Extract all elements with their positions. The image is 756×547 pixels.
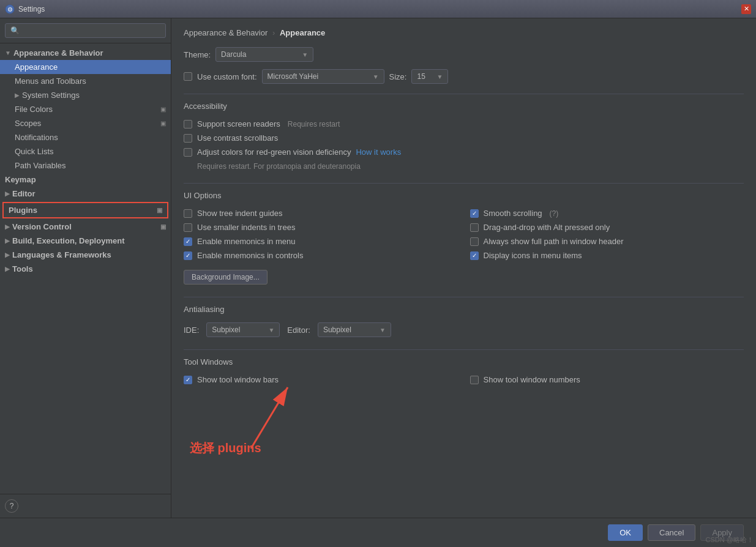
close-button[interactable]: ✕ <box>741 4 751 14</box>
screen-readers-row: Support screen readers Requires restart <box>184 119 744 128</box>
version-control-icon: ▣ <box>160 223 166 230</box>
sidebar-label-quick-lists: Quick Lists <box>15 147 54 156</box>
mnemonics-controls-checkbox[interactable] <box>184 251 192 260</box>
sidebar-item-notifications[interactable]: Notifications <box>0 130 171 144</box>
sidebar-item-path-variables[interactable]: Path Variables <box>0 158 171 173</box>
screen-readers-label: Support screen readers <box>197 119 280 128</box>
sidebar-item-tools[interactable]: ▶ Tools <box>0 262 171 276</box>
sidebar-item-editor[interactable]: ▶ Editor <box>0 187 171 201</box>
tool-windows-title: Tool Windows <box>184 357 744 369</box>
screen-readers-checkbox[interactable] <box>184 120 192 128</box>
color-deficiency-checkbox[interactable] <box>184 148 192 157</box>
sidebar-item-scopes[interactable]: Scopes ▣ <box>0 116 171 130</box>
help-button[interactable]: ? <box>5 499 18 513</box>
sidebar-label-tools: Tools <box>12 264 33 274</box>
sidebar-label-menus-toolbars: Menus and Toolbars <box>15 76 86 86</box>
sidebar-label-path-variables: Path Variables <box>15 161 66 170</box>
smaller-indents-checkbox[interactable] <box>184 223 192 232</box>
size-dropdown[interactable]: 15 ▼ <box>411 69 448 84</box>
apply-button[interactable]: Apply <box>700 524 744 541</box>
chevron-right-icon-lang: ▶ <box>5 251 10 258</box>
sidebar: ▼ Appearance & Behavior Appearance Menus… <box>0 18 171 518</box>
theme-arrow: ▼ <box>297 51 308 58</box>
smooth-scrolling-help[interactable]: (?) <box>550 209 559 218</box>
dnd-alt-checkbox[interactable] <box>470 223 479 232</box>
color-deficiency-row: Adjust colors for red-green vision defic… <box>184 147 744 157</box>
sidebar-item-appearance[interactable]: Appearance <box>0 60 171 74</box>
ui-options-left: Show tree indent guides Use smaller inde… <box>184 209 458 265</box>
sidebar-label-keymap: Keymap <box>5 175 36 184</box>
sidebar-label-system-settings: System Settings <box>22 91 80 100</box>
contrast-scrollbars-checkbox[interactable] <box>184 134 192 143</box>
breadcrumb-current: Appearance <box>280 28 325 37</box>
sidebar-item-quick-lists[interactable]: Quick Lists <box>0 144 171 158</box>
sidebar-item-file-colors[interactable]: File Colors ▣ <box>0 102 171 116</box>
search-input[interactable] <box>5 23 166 38</box>
svg-text:⚙: ⚙ <box>7 6 13 13</box>
tree-indent-label: Show tree indent guides <box>197 209 282 218</box>
font-dropdown[interactable]: Microsoft YaHei ▼ <box>262 69 384 84</box>
size-label: Size: <box>389 72 407 81</box>
sidebar-item-system-settings[interactable]: ▶ System Settings <box>0 88 171 102</box>
chevron-right-icon-build: ▶ <box>5 237 10 244</box>
sidebar-item-plugins[interactable]: Plugins ▣ <box>2 202 168 218</box>
editor-antialiasing-dropdown[interactable]: Subpixel ▼ <box>318 322 391 337</box>
window-title: Settings <box>18 5 741 13</box>
smooth-scrolling-row: Smooth scrolling (?) <box>470 209 744 218</box>
theme-row: Theme: Darcula ▼ <box>184 47 744 62</box>
main-container: ▼ Appearance & Behavior Appearance Menus… <box>0 18 756 518</box>
ide-antialiasing-dropdown[interactable]: Subpixel ▼ <box>206 322 280 337</box>
custom-font-checkbox[interactable] <box>184 72 192 81</box>
breadcrumb-separator: › <box>272 28 275 37</box>
color-deficiency-note: Requires restart. For protanopia and deu… <box>197 162 361 171</box>
sidebar-item-keymap[interactable]: Keymap <box>0 173 171 187</box>
tool-windows-section: Tool Windows Show tool window bars Show … <box>184 357 744 389</box>
ui-options-title: UI Options <box>184 191 744 203</box>
custom-font-label: Use custom font: <box>197 72 257 81</box>
chevron-right-icon: ▶ <box>15 92 20 99</box>
display-icons-row: Display icons in menu items <box>470 251 744 260</box>
accessibility-section: Accessibility Support screen readers Req… <box>184 102 744 171</box>
sidebar-label-file-colors: File Colors <box>15 105 53 114</box>
sidebar-item-version-control[interactable]: ▶ Version Control ▣ <box>0 220 171 234</box>
how-it-works-link[interactable]: How it works <box>356 147 401 157</box>
ide-label: IDE: <box>184 326 199 335</box>
sidebar-item-build[interactable]: ▶ Build, Execution, Deployment <box>0 234 171 248</box>
file-colors-icon: ▣ <box>160 106 166 113</box>
show-tool-numbers-row: Show tool window numbers <box>470 375 744 384</box>
full-path-row: Always show full path in window header <box>470 237 744 246</box>
show-tool-bars-label: Show tool window bars <box>197 375 279 384</box>
show-tool-bars-checkbox[interactable] <box>184 376 192 384</box>
contrast-scrollbars-row: Use contrast scrollbars <box>184 133 744 143</box>
show-tool-numbers-checkbox[interactable] <box>470 376 479 384</box>
mnemonics-menu-label: Enable mnemonics in menu <box>197 237 295 246</box>
ok-button[interactable]: OK <box>608 524 643 541</box>
sidebar-item-menus-toolbars[interactable]: Menus and Toolbars <box>0 74 171 88</box>
smooth-scrolling-checkbox[interactable] <box>470 209 479 218</box>
theme-dropdown[interactable]: Darcula ▼ <box>215 47 313 62</box>
svg-line-3 <box>251 387 288 448</box>
sidebar-label-notifications: Notifications <box>15 133 58 142</box>
tree-indent-row: Show tree indent guides <box>184 209 458 218</box>
sidebar-label-scopes: Scopes <box>15 119 41 128</box>
mnemonics-menu-checkbox[interactable] <box>184 237 192 246</box>
scopes-icon: ▣ <box>160 120 166 127</box>
ide-aa-value: Subpixel <box>212 326 240 334</box>
background-image-button[interactable]: Background Image... <box>184 270 268 285</box>
contrast-scrollbars-label: Use contrast scrollbars <box>197 133 278 143</box>
titlebar: ⚙ Settings ✕ <box>0 0 756 18</box>
display-icons-checkbox[interactable] <box>470 251 479 260</box>
sidebar-label-plugins: Plugins <box>9 206 37 215</box>
color-deficiency-label: Adjust colors for red-green vision defic… <box>197 147 351 157</box>
chevron-right-icon-tools: ▶ <box>5 266 10 272</box>
sidebar-label-version-control: Version Control <box>12 222 72 231</box>
sidebar-item-appearance-behavior[interactable]: ▼ Appearance & Behavior <box>0 46 171 60</box>
sidebar-item-languages[interactable]: ▶ Languages & Frameworks <box>0 248 171 262</box>
tool-windows-grid: Show tool window bars Show tool window n… <box>184 375 744 389</box>
sidebar-label-languages: Languages & Frameworks <box>12 250 111 259</box>
editor-aa-arrow: ▼ <box>375 327 386 333</box>
breadcrumb-parent: Appearance & Behavior <box>184 28 268 37</box>
tree-indent-checkbox[interactable] <box>184 209 192 218</box>
full-path-checkbox[interactable] <box>470 237 479 246</box>
cancel-button[interactable]: Cancel <box>648 524 695 541</box>
